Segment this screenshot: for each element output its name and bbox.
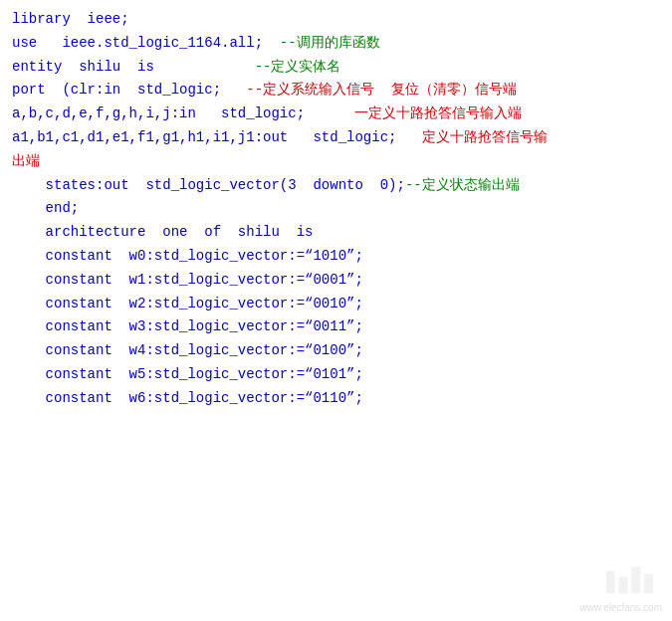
code-line-3: entity shilu is --定义实体名 bbox=[12, 56, 660, 80]
code-block: library ieee; use ieee.std_logic_1164.al… bbox=[0, 0, 672, 419]
svg-rect-3 bbox=[644, 574, 653, 594]
comment-6b: 出端 bbox=[12, 153, 40, 169]
code-line-8: end; bbox=[12, 197, 660, 221]
code-line-6b: 出端 bbox=[12, 150, 660, 174]
comment-2: --调用的库函数 bbox=[280, 35, 380, 51]
watermark-text: www.elecfans.com bbox=[579, 602, 662, 613]
watermark: www.elecfans.com bbox=[579, 562, 662, 613]
comment-3: --定义实体名 bbox=[255, 59, 341, 75]
code-line-7: states:out std_logic_vector(3 downto 0);… bbox=[12, 174, 660, 198]
comment-6: 定义十路抢答信号输 bbox=[422, 129, 548, 145]
watermark-logo-icon bbox=[602, 562, 662, 602]
code-line-10: constant w0:std_logic_vector:=“1010”; bbox=[12, 245, 660, 269]
svg-rect-0 bbox=[606, 571, 615, 594]
svg-rect-1 bbox=[619, 577, 628, 594]
comment-4: --定义系统输入信号 复位（清零）信号端 bbox=[246, 82, 517, 98]
comment-7: --定义状态输出端 bbox=[405, 177, 520, 193]
code-line-2: use ieee.std_logic_1164.all; --调用的库函数 bbox=[12, 32, 660, 56]
code-line-6: a1,b1,c1,d1,e1,f1,g1,h1,i1,j1:out std_lo… bbox=[12, 126, 660, 150]
code-line-4: port (clr:in std_logic; --定义系统输入信号 复位（清零… bbox=[12, 79, 660, 103]
code-line-12: constant w2:std_logic_vector:=“0010”; bbox=[12, 293, 660, 316]
comment-5: 一定义十路抢答信号输入端 bbox=[354, 105, 522, 121]
svg-rect-2 bbox=[631, 567, 640, 593]
code-line-9: architecture one of shilu is bbox=[12, 221, 660, 245]
code-line-15: constant w5:std_logic_vector:=“0101”; bbox=[12, 363, 660, 387]
code-line-13: constant w3:std_logic_vector:=“0011”; bbox=[12, 315, 660, 339]
code-line-11: constant w1:std_logic_vector:=“0001”; bbox=[12, 269, 660, 293]
code-line-5: a,b,c,d,e,f,g,h,i,j:in std_logic; 一定义十路抢… bbox=[12, 103, 660, 126]
code-line-16: constant w6:std_logic_vector:=“0110”; bbox=[12, 387, 660, 411]
code-line-14: constant w4:std_logic_vector:=“0100”; bbox=[12, 339, 660, 363]
code-line-1: library ieee; bbox=[12, 8, 660, 32]
